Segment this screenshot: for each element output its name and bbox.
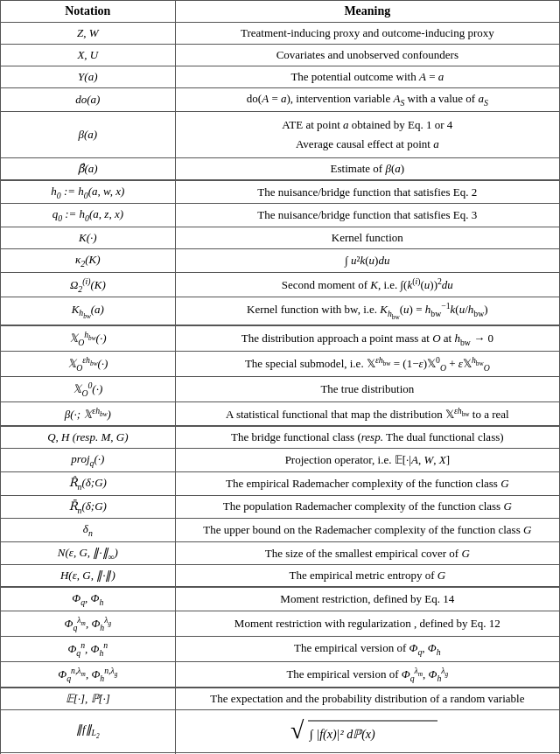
table-row: Φqλm, Φhλg Moment restriction with regul…	[1, 611, 560, 637]
meaning-cell: A statistical functional that map the di…	[175, 402, 559, 427]
notation-cell: ‖f‖L2	[1, 709, 176, 752]
meaning-cell: Moment restriction, defined by Eq. 14	[175, 587, 559, 611]
meaning-cell: The empirical version of Φq, Φh	[175, 636, 559, 661]
meaning-cell: The potential outcome with A = a	[175, 66, 559, 88]
meaning-cell: The true distribution	[175, 377, 559, 402]
table-row: β̂(a) Estimate of β(a)	[1, 157, 560, 180]
table-row: Q, H (resp. M, G) The bridge functional …	[1, 426, 560, 449]
meaning-cell: The distribution approach a point mass a…	[175, 325, 559, 351]
table-row: κ2(K) ∫ u²k(u)du	[1, 248, 560, 272]
meaning-cell: The bridge functional class (resp. The d…	[175, 426, 559, 449]
notation-cell: β(a)	[1, 111, 176, 157]
meaning-cell: Treatment-inducing proxy and outcome-ind…	[175, 23, 559, 45]
meaning-cell: Estimate of β(a)	[175, 157, 559, 180]
table-row: β(a) ATE at point a obtained by Eq. 1 or…	[1, 111, 560, 157]
meaning-cell: Kernel function	[175, 227, 559, 248]
table-row: Y(a) The potential outcome with A = a	[1, 66, 560, 88]
table-row: R̄n(δ;G) The population Rademacher compl…	[1, 495, 560, 519]
table-row: Ω2(i)(K) Second moment of K, i.e. ∫(k(i)…	[1, 272, 560, 297]
table-row: X, U Covariates and unobserved confounde…	[1, 45, 560, 66]
notation-cell: do(a)	[1, 88, 176, 112]
meaning-cell: The empirical metric entropy of G	[175, 565, 559, 588]
notation-cell: 𝔼[·], ℙ[·]	[1, 688, 176, 710]
table-row: Z, W Treatment-inducing proxy and outcom…	[1, 23, 560, 45]
table-row: H(ε, G, ‖·‖) The empirical metric entrop…	[1, 565, 560, 588]
meaning-cell: Projection operator, i.e. 𝔼[·|A, W, X]	[175, 449, 559, 472]
notation-cell: Φqn, Φhn	[1, 636, 176, 661]
meaning-cell: The size of the smallest empirical cover…	[175, 541, 559, 565]
notation-cell: Y(a)	[1, 66, 176, 88]
notation-cell: R̂n(δ;G)	[1, 472, 176, 496]
table-row: β(·; 𝕏εhbw) A statistical functional tha…	[1, 402, 560, 427]
notation-cell: X, U	[1, 45, 176, 66]
notation-cell: h0 := h0(a, w, x)	[1, 180, 176, 204]
table-row: Φqn, Φhn The empirical version of Φq, Φh	[1, 636, 560, 661]
meaning-cell: The special submodel, i.e. 𝕏εhbw = (1−ε)…	[175, 352, 559, 377]
notation-cell: 𝕏O0(·)	[1, 377, 176, 402]
table-row: K(·) Kernel function	[1, 227, 560, 248]
notation-cell: projq(·)	[1, 449, 176, 472]
meaning-cell: √ ∫ |f(x)|² dℙ(x)	[175, 709, 559, 752]
notation-cell: N(ε, G, ‖·‖∞)	[1, 541, 176, 565]
table-row: 𝔼[·], ℙ[·] The expectation and the proba…	[1, 688, 560, 710]
table-row: N(ε, G, ‖·‖∞) The size of the smallest e…	[1, 541, 560, 565]
meaning-cell: ATE at point a obtained by Eq. 1 or 4 Av…	[175, 111, 559, 157]
meaning-cell: Kernel function with bw, i.e. Khbw(u) = …	[175, 297, 559, 325]
table-row: h0 := h0(a, w, x) The nuisance/bridge fu…	[1, 180, 560, 204]
meaning-cell: The empirical Rademacher complexity of t…	[175, 472, 559, 496]
table-row: ‖f‖L2 √ ∫ |f(x)|² dℙ(x)	[1, 709, 560, 752]
meaning-cell: The upper bound on the Rademacher comple…	[175, 519, 559, 542]
meaning-cell: ∫ u²k(u)du	[175, 248, 559, 272]
table-row: Φq, Φh Moment restriction, defined by Eq…	[1, 587, 560, 611]
table-row: projq(·) Projection operator, i.e. 𝔼[·|A…	[1, 449, 560, 472]
meaning-cell: Second moment of K, i.e. ∫(k(i)(u))2du	[175, 272, 559, 297]
table-row: Khbw(a) Kernel function with bw, i.e. Kh…	[1, 297, 560, 325]
table-row: q0 := h0(a, z, x) The nuisance/bridge fu…	[1, 204, 560, 227]
col-header-notation: Notation	[1, 1, 176, 23]
meaning-cell: Covariates and unobserved confounders	[175, 45, 559, 66]
col-header-meaning: Meaning	[175, 1, 559, 23]
meaning-cell: The nuisance/bridge function that satisf…	[175, 180, 559, 204]
notation-cell: δn	[1, 519, 176, 542]
notation-cell: Φqn,λm, Φhn,λg	[1, 661, 176, 687]
notation-cell: K(·)	[1, 227, 176, 248]
svg-text:∫ |f(x)|² dℙ(x): ∫ |f(x)|² dℙ(x)	[309, 728, 375, 742]
notation-cell: Z, W	[1, 23, 176, 45]
meaning-cell: The expectation and the probability dist…	[175, 688, 559, 710]
table-row: do(a) do(A = a), intervention variable A…	[1, 88, 560, 112]
formula-norm-f: √ ∫ |f(x)|² dℙ(x)	[289, 714, 446, 749]
svg-text:√: √	[290, 716, 304, 744]
table-row: R̂n(δ;G) The empirical Rademacher comple…	[1, 472, 560, 496]
notation-cell: R̄n(δ;G)	[1, 495, 176, 519]
notation-cell: q0 := h0(a, z, x)	[1, 204, 176, 227]
notation-cell: 𝕏Ohbw(·)	[1, 325, 176, 351]
notation-cell: Q, H (resp. M, G)	[1, 426, 176, 449]
notation-cell: β(·; 𝕏εhbw)	[1, 402, 176, 427]
meaning-cell: The population Rademacher complexity of …	[175, 495, 559, 519]
meaning-cell: The nuisance/bridge function that satisf…	[175, 204, 559, 227]
notation-cell: Φqλm, Φhλg	[1, 611, 176, 637]
meaning-cell: The empirical version of Φqλm, Φhλg	[175, 661, 559, 687]
table-row: 𝕏Oεhbw(·) The special submodel, i.e. 𝕏εh…	[1, 352, 560, 377]
table-row: 𝕏Ohbw(·) The distribution approach a poi…	[1, 325, 560, 351]
meaning-cell: Moment restriction with regularization ,…	[175, 611, 559, 637]
notation-cell: κ2(K)	[1, 248, 176, 272]
notation-cell: H(ε, G, ‖·‖)	[1, 565, 176, 588]
table-row: 𝕏O0(·) The true distribution	[1, 377, 560, 402]
notation-cell: Ω2(i)(K)	[1, 272, 176, 297]
notation-cell: 𝕏Oεhbw(·)	[1, 352, 176, 377]
table-row: Φqn,λm, Φhn,λg The empirical version of …	[1, 661, 560, 687]
table-row: δn The upper bound on the Rademacher com…	[1, 519, 560, 542]
notation-cell: Khbw(a)	[1, 297, 176, 325]
notation-cell: Φq, Φh	[1, 587, 176, 611]
meaning-cell: do(A = a), intervention variable AS with…	[175, 88, 559, 112]
notation-cell: β̂(a)	[1, 157, 176, 180]
